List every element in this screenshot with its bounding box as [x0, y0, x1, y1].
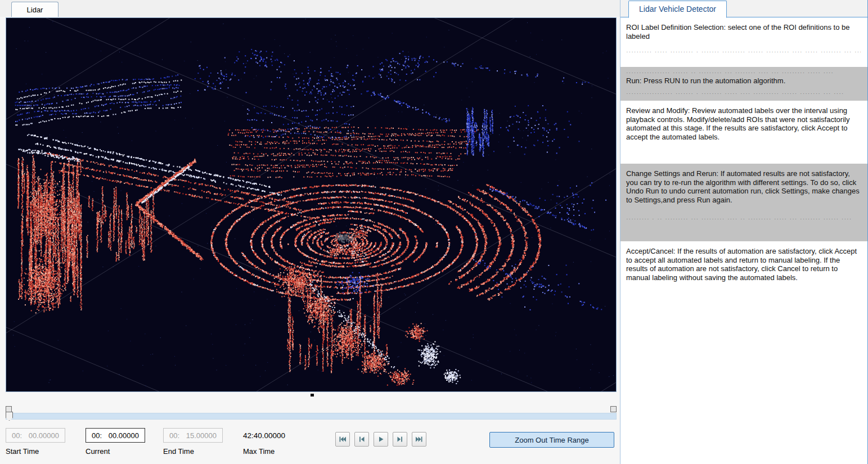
instruction-text: Run: Press RUN to run the automation alg…: [626, 76, 861, 85]
instruction-run: ................. ...... .. ......... ..…: [620, 67, 867, 101]
playback-controls: [335, 432, 426, 447]
instruction-text: Review and Modify: Review automated labe…: [626, 106, 861, 141]
current-time-label: Current: [86, 447, 110, 456]
end-time-value: 15.00000: [186, 431, 217, 440]
end-time-label: End Time: [163, 447, 194, 456]
automation-tabbar: Lidar Vehicle Detector: [620, 0, 867, 17]
instruction-accept-cancel: Accept/Cancel: If the results of automat…: [620, 241, 867, 298]
range-start-handle[interactable]: [6, 406, 12, 412]
current-time-value: 00.00000: [109, 431, 139, 440]
lidar-tabbar: Lidar: [0, 0, 620, 17]
go-to-end-icon: [415, 435, 423, 443]
zoom-out-time-range-button[interactable]: Zoom Out Time Range: [489, 432, 614, 448]
step-backward-icon: [358, 435, 366, 443]
instruction-text: Change Settings and Rerun: If automated …: [626, 169, 861, 204]
start-time-field[interactable]: 00: 00.00000: [6, 428, 65, 443]
current-time-field[interactable]: 00: 00.00000: [86, 428, 145, 443]
lidar-point-cloud[interactable]: [6, 18, 616, 391]
lidar-viewer: [6, 17, 617, 392]
separator-dots: ................. ...... .. ......... ..…: [626, 70, 861, 74]
step-backward-button[interactable]: [354, 432, 369, 447]
start-time-value: 00.00000: [29, 431, 59, 440]
instruction-text: ROI Label Definition Selection: select o…: [626, 23, 861, 40]
play-icon: [377, 435, 385, 443]
lidar-pane: Lidar 00: 00.00000 00: 00.00000 00: 15.0…: [0, 0, 620, 464]
instruction-review-modify: Review and Modify: Review automated labe…: [620, 101, 867, 164]
lidar-labeler-window: Lidar 00: 00.00000 00: 00.00000 00: 15.0…: [0, 0, 868, 464]
instruction-roi-selection: ROI Label Definition Selection: select o…: [620, 17, 867, 67]
step-forward-icon: [396, 435, 404, 443]
current-time-minutes: 00:: [92, 431, 102, 440]
end-time-field[interactable]: 00: 15.00000: [163, 428, 223, 443]
range-end-handle[interactable]: [610, 406, 617, 412]
viewer-resize-handle[interactable]: [311, 394, 314, 397]
start-time-label: Start Time: [6, 447, 39, 456]
max-time-value: 42:40.00000: [243, 431, 285, 440]
automation-instructions-pane: Lidar Vehicle Detector ROI Label Definit…: [620, 0, 868, 464]
step-forward-button[interactable]: [393, 432, 407, 447]
go-to-start-icon: [339, 435, 347, 443]
tab-lidar-vehicle-detector[interactable]: Lidar Vehicle Detector: [628, 1, 727, 18]
instruction-change-settings: Change Settings and Rerun: If automated …: [620, 164, 867, 241]
max-time-label: Max Time: [243, 447, 275, 456]
separator-dots: ......... . .. ......... ... ......... .…: [626, 217, 861, 220]
separator-dots: .................. ....... . ........ ..…: [626, 91, 861, 94]
go-to-start-button[interactable]: [335, 432, 350, 447]
go-to-end-button[interactable]: [412, 432, 426, 447]
start-time-minutes: 00:: [12, 431, 22, 440]
tab-lidar[interactable]: Lidar: [11, 2, 59, 17]
time-range-track[interactable]: [6, 413, 617, 420]
separator-dots: .......... ..... ......... . ....... ...…: [626, 49, 861, 53]
instruction-text: Accept/Cancel: If the results of automat…: [626, 247, 861, 282]
play-button[interactable]: [374, 432, 388, 447]
end-time-minutes: 00:: [169, 431, 179, 440]
